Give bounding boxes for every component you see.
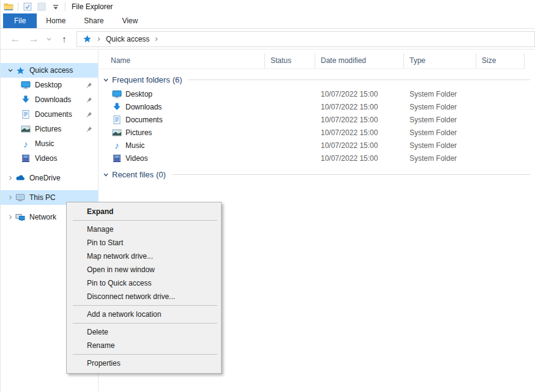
column-header-size[interactable]: Size (476, 53, 525, 69)
menu-item-properties[interactable]: Properties (67, 357, 221, 370)
file-name: Downloads (125, 103, 162, 111)
file-name: Music (125, 141, 144, 150)
file-row-videos[interactable]: Videos 10/07/2022 15:00 System Folder (99, 152, 535, 165)
breadcrumb-chevron-icon[interactable] (154, 36, 159, 42)
title-bar: File Explorer (1, 0, 535, 13)
file-type: System Folder (404, 116, 476, 124)
tab-share[interactable]: Share (75, 13, 113, 28)
chevron-right-icon[interactable] (6, 194, 15, 201)
downloads-icon (112, 102, 122, 112)
file-date-modified: 10/07/2022 15:00 (315, 141, 404, 150)
forward-button[interactable]: → (28, 34, 40, 44)
sidebar-item-music[interactable]: ♪ Music (1, 136, 98, 151)
file-row-music[interactable]: ♪ Music 10/07/2022 15:00 System Folder (99, 139, 535, 152)
tab-home[interactable]: Home (37, 13, 75, 28)
menu-item-disconnect-network-drive[interactable]: Disconnect network drive... (67, 290, 221, 303)
pin-icon (86, 97, 92, 103)
network-icon (15, 212, 25, 222)
menu-separator (73, 354, 217, 355)
file-date-modified: 10/07/2022 15:00 (315, 128, 404, 137)
sidebar-item-quick-access[interactable]: Quick access (1, 63, 98, 78)
sidebar-item-label: Quick access (29, 66, 98, 75)
menu-item-open-in-new-window[interactable]: Open in new window (67, 263, 221, 276)
file-row-desktop[interactable]: Desktop 10/07/2022 15:00 System Folder (99, 87, 535, 100)
group-header-recent-files[interactable]: Recent files (0) (103, 170, 530, 179)
menu-separator (73, 220, 217, 221)
menu-item-manage[interactable]: Manage (67, 223, 221, 236)
pin-icon (86, 126, 92, 133)
window-title: File Explorer (70, 2, 113, 11)
documents-icon (112, 115, 122, 125)
chevron-right-icon[interactable] (6, 175, 15, 181)
file-date-modified: 10/07/2022 15:00 (315, 154, 404, 163)
back-button[interactable]: ← (9, 34, 21, 44)
chevron-right-icon[interactable] (6, 214, 15, 220)
recent-locations-dropdown-icon[interactable] (46, 36, 52, 42)
menu-item-expand[interactable]: Expand (67, 205, 221, 218)
onedrive-icon (15, 173, 25, 183)
menu-item-add-network-location[interactable]: Add a network location (67, 308, 221, 321)
menu-item-delete[interactable]: Delete (67, 325, 221, 339)
group-count: (0) (156, 170, 166, 179)
file-type: System Folder (404, 141, 476, 150)
group-count: (6) (173, 75, 182, 84)
videos-icon (112, 153, 122, 163)
sidebar-item-label: Desktop (35, 81, 86, 89)
sidebar-item-label: Documents (35, 110, 86, 119)
file-date-modified: 10/07/2022 15:00 (315, 90, 404, 98)
tab-file[interactable]: File (3, 13, 37, 28)
pictures-icon (21, 124, 31, 134)
sidebar-item-label: Music (35, 139, 98, 148)
file-row-documents[interactable]: Documents 10/07/2022 15:00 System Folder (99, 113, 535, 126)
file-name: Documents (125, 116, 163, 124)
chevron-down-icon[interactable] (103, 77, 109, 83)
group-header-frequent-folders[interactable]: Frequent folders (6) (103, 75, 530, 84)
tab-view[interactable]: View (113, 13, 147, 28)
downloads-icon (21, 95, 31, 105)
pin-icon (86, 111, 92, 118)
sidebar-item-videos[interactable]: Videos (1, 151, 98, 166)
file-type: System Folder (404, 128, 476, 137)
column-header-name[interactable]: Name (99, 53, 265, 69)
file-date-modified: 10/07/2022 15:00 (315, 116, 404, 124)
sidebar-item-desktop[interactable]: Desktop (1, 78, 98, 92)
pictures-icon (112, 128, 122, 138)
sidebar-item-label: Downloads (35, 95, 86, 104)
titlebar-separator (18, 2, 18, 11)
file-date-modified: 10/07/2022 15:00 (315, 103, 404, 111)
menu-item-map-network-drive[interactable]: Map network drive... (67, 250, 221, 263)
frequent-folders-rows: Desktop 10/07/2022 15:00 System Folder D… (99, 87, 535, 165)
sidebar-item-documents[interactable]: Documents (1, 107, 98, 122)
quick-access-star-icon (15, 65, 25, 75)
up-button[interactable]: ↑ (58, 34, 70, 43)
file-row-downloads[interactable]: Downloads 10/07/2022 15:00 System Folder (99, 100, 535, 113)
breadcrumb-chevron-icon[interactable] (96, 36, 102, 42)
sidebar-item-onedrive[interactable]: OneDrive (1, 171, 98, 185)
group-rule (172, 174, 530, 175)
column-header-type[interactable]: Type (404, 53, 476, 69)
new-folder-icon[interactable] (37, 2, 47, 12)
quick-access-star-icon (82, 34, 92, 44)
sidebar-item-label: OneDrive (29, 174, 98, 182)
file-row-pictures[interactable]: Pictures 10/07/2022 15:00 System Folder (99, 126, 535, 139)
music-icon: ♪ (112, 141, 122, 150)
navigation-bar: ← → ↑ Quick access (1, 29, 535, 50)
sidebar-item-downloads[interactable]: Downloads (1, 92, 98, 107)
menu-separator (73, 305, 217, 306)
music-icon: ♪ (21, 139, 31, 149)
address-bar[interactable]: Quick access (77, 31, 535, 47)
sidebar-item-pictures[interactable]: Pictures (1, 122, 98, 136)
properties-check-icon[interactable] (23, 2, 32, 12)
file-explorer-window: File Explorer File Home Share View ← → ↑… (0, 0, 535, 392)
menu-item-rename[interactable]: Rename (67, 339, 221, 352)
chevron-down-icon[interactable] (103, 172, 109, 178)
menu-item-pin-to-quick-access[interactable]: Pin to Quick access (67, 276, 221, 290)
column-header-status[interactable]: Status (265, 53, 315, 69)
column-header-date-modified[interactable]: Date modified (315, 53, 404, 69)
column-headers: Name Status Date modified Type Size (99, 53, 535, 69)
breadcrumb-location[interactable]: Quick access (106, 35, 149, 43)
context-menu: Expand Manage Pin to Start Map network d… (66, 202, 222, 374)
qat-dropdown-icon[interactable] (51, 2, 61, 12)
chevron-down-icon[interactable] (6, 67, 15, 73)
menu-item-pin-to-start[interactable]: Pin to Start (67, 236, 221, 250)
